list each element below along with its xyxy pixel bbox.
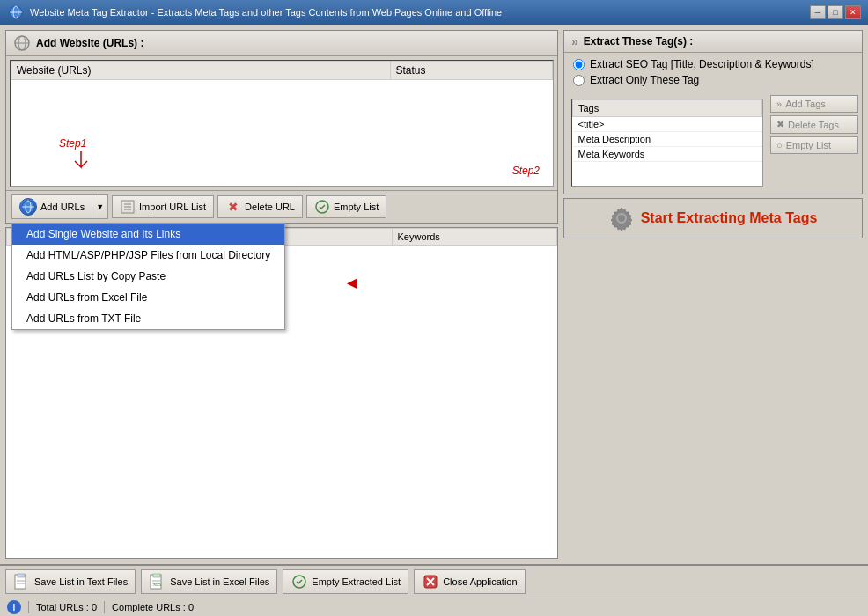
tag-title-value: <title> (573, 117, 762, 132)
step2-annotation: Step2 (512, 165, 540, 177)
tags-list: Tags <title> Meta Description (568, 95, 767, 190)
status-divider-1 (28, 601, 29, 613)
radio-seo-input[interactable] (573, 59, 585, 70)
total-urls-label: Total URLs : 0 (36, 602, 97, 612)
minimize-button[interactable]: ─ (810, 5, 826, 19)
tags-table: Tags <title> Meta Description (572, 99, 762, 162)
delete-tags-icon: ✖ (776, 119, 784, 130)
save-excel-button[interactable]: XLS Save List in Excel Files (141, 569, 277, 594)
empty-list-tags-icon: ○ (776, 140, 783, 150)
tag-row-desc[interactable]: Meta Description (573, 132, 762, 147)
delete-tags-label: Delete Tags (788, 120, 839, 130)
tags-col-header: Tags (573, 100, 762, 117)
add-urls-dropdown-arrow[interactable]: ▼ (92, 194, 108, 219)
empty-list-tags-button[interactable]: ○ Empty List (770, 136, 858, 154)
start-extract-button[interactable]: Start Extracting Meta Tags (609, 206, 818, 231)
close-app-label: Close Application (443, 576, 517, 587)
empty-extracted-label: Empty Extracted List (312, 576, 401, 587)
tags-buttons: » Add Tags ✖ Delete Tags ○ Empty List (770, 95, 858, 190)
tag-row-kw[interactable]: Meta Keywords (573, 147, 762, 162)
start-gear-icon (609, 206, 634, 231)
right-panel: » Extract These Tag(s) : Extract SEO Tag… (563, 30, 863, 559)
svg-rect-17 (18, 574, 25, 577)
url-section-title: Add Website (URLs) : (36, 37, 143, 49)
double-arrow-icon: » (571, 34, 578, 48)
content-area: Add Website (URLs) : Website (URLs) Stat… (0, 25, 868, 564)
delete-url-button[interactable]: ✖ Delete URL (217, 195, 303, 218)
url-section: Add Website (URLs) : Website (URLs) Stat… (5, 30, 558, 224)
svg-rect-21 (153, 574, 160, 577)
save-excel-label: Save List in Excel Files (170, 576, 269, 587)
radio-seo[interactable]: Extract SEO Tag [Title, Description & Ke… (573, 58, 853, 70)
add-tags-label: Add Tags (785, 99, 826, 109)
maximize-button[interactable]: □ (828, 5, 843, 19)
add-tags-button[interactable]: » Add Tags (770, 95, 858, 113)
empty-list-tags-label: Empty List (786, 140, 831, 150)
url-section-header: Add Website (URLs) : (6, 31, 557, 56)
add-urls-label: Add URLs (40, 202, 85, 212)
url-section-icon (13, 34, 31, 52)
close-app-icon (422, 573, 439, 590)
add-urls-dropdown: Add Single Website and Its Links Add HTM… (11, 223, 285, 330)
url-col-header: Website (URLs) (11, 62, 391, 80)
radio-custom-label: Extract Only These Tag (590, 74, 699, 86)
dropdown-item-excel[interactable]: Add URLs from Excel File (12, 287, 284, 308)
empty-list-label: Empty List (334, 202, 379, 212)
title-bar-controls: ─ □ ✕ (810, 5, 861, 19)
svg-text:XLS: XLS (153, 582, 162, 587)
title-bar-left: Website Meta Tag Extractor - Extracts Me… (7, 4, 502, 21)
bottom-toolbar: Save List in Text Files XLS Save List in… (0, 564, 868, 598)
add-urls-button[interactable]: Add URLs (11, 194, 92, 219)
complete-urls-label: Complete URLs : 0 (112, 602, 194, 612)
title-bar: Website Meta Tag Extractor - Extracts Me… (0, 0, 868, 25)
step1-label: Step1 (59, 137, 86, 150)
extract-header-title: Extract These Tag(s) : (584, 35, 693, 48)
start-extract-label: Start Extracting Meta Tags (641, 210, 818, 226)
empty-list-icon (314, 199, 330, 215)
radio-custom[interactable]: Extract Only These Tag (573, 74, 853, 86)
delete-tags-button[interactable]: ✖ Delete Tags (770, 115, 858, 134)
save-text-button[interactable]: Save List in Text Files (5, 569, 136, 594)
start-section: Start Extracting Meta Tags (563, 198, 863, 238)
tags-area: Tags <title> Meta Description (568, 95, 858, 190)
add-urls-split: Add URLs ▼ (11, 194, 108, 219)
delete-url-label: Delete URL (245, 202, 295, 212)
app-title: Website Meta Tag Extractor - Extracts Me… (30, 7, 502, 18)
main-window: Add Website (URLs) : Website (URLs) Stat… (0, 25, 868, 616)
dropdown-item-copypaste[interactable]: Add URLs List by Copy Paste (12, 266, 284, 287)
import-url-button[interactable]: Import URL List (112, 195, 214, 218)
empty-extracted-icon (291, 573, 308, 590)
save-text-icon (13, 573, 31, 590)
dropdown-item-txt[interactable]: Add URLs from TXT File (12, 308, 284, 329)
url-toolbar: Add URLs ▼ (6, 190, 557, 223)
close-window-button[interactable]: ✕ (845, 5, 861, 19)
empty-list-button[interactable]: Empty List (306, 195, 386, 218)
radio-custom-input[interactable] (573, 75, 585, 86)
save-text-label: Save List in Text Files (34, 576, 128, 587)
delete-icon: ✖ (225, 199, 241, 215)
extract-section: » Extract These Tag(s) : Extract SEO Tag… (563, 30, 863, 194)
radio-group: Extract SEO Tag [Title, Description & Ke… (564, 53, 862, 92)
close-app-button[interactable]: Close Application (414, 569, 525, 594)
tag-desc-value: Meta Description (573, 132, 762, 147)
tag-kw-value: Meta Keywords (573, 147, 762, 162)
status-divider-2 (104, 601, 105, 613)
results-col-kw: Keywords (392, 228, 557, 245)
left-panel: Add Website (URLs) : Website (URLs) Stat… (5, 30, 558, 559)
tag-row-title[interactable]: <title> (573, 117, 762, 132)
empty-extracted-button[interactable]: Empty Extracted List (283, 569, 408, 594)
save-excel-icon: XLS (149, 573, 166, 590)
dropdown-item-single[interactable]: Add Single Website and Its Links (12, 224, 284, 245)
app-icon (7, 4, 25, 21)
import-url-label: Import URL List (139, 202, 206, 212)
info-icon[interactable]: i (7, 600, 21, 614)
dropdown-item-html[interactable]: Add HTML/ASP/PHP/JSP Files from Local Di… (12, 245, 284, 266)
globe-icon (19, 198, 37, 216)
step1-annotation: Step1 (59, 137, 94, 176)
extract-header: » Extract These Tag(s) : (564, 31, 862, 53)
step2-label: Step2 (512, 165, 540, 177)
tags-table-container: Tags <title> Meta Description (571, 99, 763, 187)
arrow-down-icon: ▼ (96, 202, 104, 211)
status-col-header: Status (390, 62, 553, 80)
radio-seo-label: Extract SEO Tag [Title, Description & Ke… (590, 58, 814, 70)
